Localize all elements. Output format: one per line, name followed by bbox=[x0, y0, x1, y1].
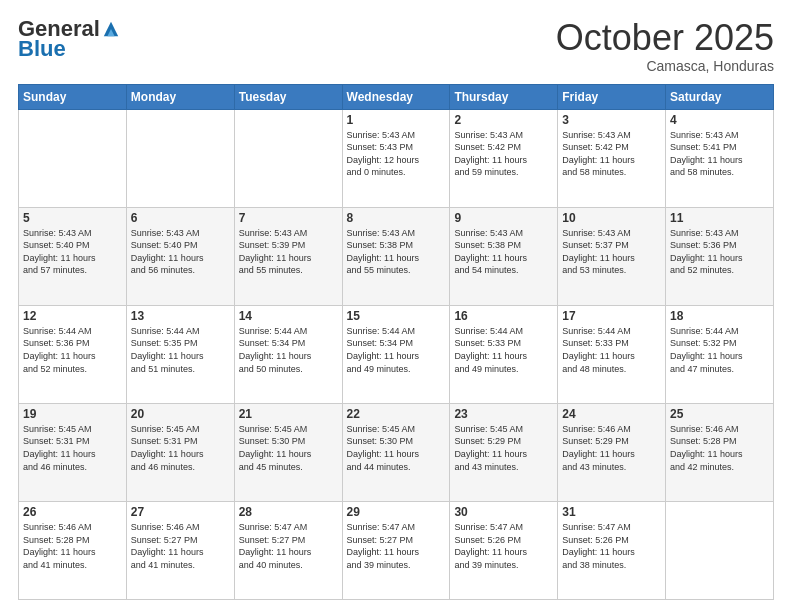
day-info: Sunrise: 5:45 AM Sunset: 5:31 PM Dayligh… bbox=[23, 423, 122, 473]
day-number: 29 bbox=[347, 505, 446, 519]
day-info: Sunrise: 5:43 AM Sunset: 5:41 PM Dayligh… bbox=[670, 129, 769, 179]
calendar-cell: 14Sunrise: 5:44 AM Sunset: 5:34 PM Dayli… bbox=[234, 305, 342, 403]
calendar-cell bbox=[19, 109, 127, 207]
day-info: Sunrise: 5:47 AM Sunset: 5:26 PM Dayligh… bbox=[562, 521, 661, 571]
calendar-cell: 5Sunrise: 5:43 AM Sunset: 5:40 PM Daylig… bbox=[19, 207, 127, 305]
calendar-cell bbox=[126, 109, 234, 207]
calendar-week-row: 12Sunrise: 5:44 AM Sunset: 5:36 PM Dayli… bbox=[19, 305, 774, 403]
day-number: 11 bbox=[670, 211, 769, 225]
calendar-cell: 4Sunrise: 5:43 AM Sunset: 5:41 PM Daylig… bbox=[666, 109, 774, 207]
day-number: 5 bbox=[23, 211, 122, 225]
day-info: Sunrise: 5:46 AM Sunset: 5:28 PM Dayligh… bbox=[23, 521, 122, 571]
day-info: Sunrise: 5:43 AM Sunset: 5:36 PM Dayligh… bbox=[670, 227, 769, 277]
day-number: 28 bbox=[239, 505, 338, 519]
calendar-cell: 19Sunrise: 5:45 AM Sunset: 5:31 PM Dayli… bbox=[19, 403, 127, 501]
calendar-cell: 6Sunrise: 5:43 AM Sunset: 5:40 PM Daylig… bbox=[126, 207, 234, 305]
logo-blue-text: Blue bbox=[18, 36, 66, 62]
day-number: 18 bbox=[670, 309, 769, 323]
calendar-cell: 12Sunrise: 5:44 AM Sunset: 5:36 PM Dayli… bbox=[19, 305, 127, 403]
calendar-cell: 23Sunrise: 5:45 AM Sunset: 5:29 PM Dayli… bbox=[450, 403, 558, 501]
day-number: 3 bbox=[562, 113, 661, 127]
calendar-cell: 25Sunrise: 5:46 AM Sunset: 5:28 PM Dayli… bbox=[666, 403, 774, 501]
calendar-cell: 31Sunrise: 5:47 AM Sunset: 5:26 PM Dayli… bbox=[558, 501, 666, 599]
day-info: Sunrise: 5:43 AM Sunset: 5:42 PM Dayligh… bbox=[562, 129, 661, 179]
calendar-header-saturday: Saturday bbox=[666, 84, 774, 109]
day-info: Sunrise: 5:44 AM Sunset: 5:34 PM Dayligh… bbox=[347, 325, 446, 375]
day-number: 30 bbox=[454, 505, 553, 519]
calendar-header-tuesday: Tuesday bbox=[234, 84, 342, 109]
calendar-cell: 20Sunrise: 5:45 AM Sunset: 5:31 PM Dayli… bbox=[126, 403, 234, 501]
day-info: Sunrise: 5:43 AM Sunset: 5:38 PM Dayligh… bbox=[454, 227, 553, 277]
month-title: October 2025 bbox=[556, 18, 774, 58]
day-number: 27 bbox=[131, 505, 230, 519]
day-info: Sunrise: 5:46 AM Sunset: 5:29 PM Dayligh… bbox=[562, 423, 661, 473]
calendar-cell: 15Sunrise: 5:44 AM Sunset: 5:34 PM Dayli… bbox=[342, 305, 450, 403]
calendar-cell: 3Sunrise: 5:43 AM Sunset: 5:42 PM Daylig… bbox=[558, 109, 666, 207]
calendar-header-row: SundayMondayTuesdayWednesdayThursdayFrid… bbox=[19, 84, 774, 109]
day-info: Sunrise: 5:44 AM Sunset: 5:33 PM Dayligh… bbox=[562, 325, 661, 375]
day-number: 6 bbox=[131, 211, 230, 225]
day-number: 1 bbox=[347, 113, 446, 127]
calendar-header-thursday: Thursday bbox=[450, 84, 558, 109]
day-number: 4 bbox=[670, 113, 769, 127]
day-info: Sunrise: 5:47 AM Sunset: 5:27 PM Dayligh… bbox=[239, 521, 338, 571]
calendar-cell: 10Sunrise: 5:43 AM Sunset: 5:37 PM Dayli… bbox=[558, 207, 666, 305]
day-info: Sunrise: 5:45 AM Sunset: 5:30 PM Dayligh… bbox=[239, 423, 338, 473]
day-number: 10 bbox=[562, 211, 661, 225]
calendar-cell: 21Sunrise: 5:45 AM Sunset: 5:30 PM Dayli… bbox=[234, 403, 342, 501]
day-info: Sunrise: 5:46 AM Sunset: 5:27 PM Dayligh… bbox=[131, 521, 230, 571]
calendar-cell: 1Sunrise: 5:43 AM Sunset: 5:43 PM Daylig… bbox=[342, 109, 450, 207]
day-info: Sunrise: 5:43 AM Sunset: 5:38 PM Dayligh… bbox=[347, 227, 446, 277]
calendar-cell: 16Sunrise: 5:44 AM Sunset: 5:33 PM Dayli… bbox=[450, 305, 558, 403]
day-number: 23 bbox=[454, 407, 553, 421]
day-info: Sunrise: 5:43 AM Sunset: 5:40 PM Dayligh… bbox=[23, 227, 122, 277]
calendar-week-row: 26Sunrise: 5:46 AM Sunset: 5:28 PM Dayli… bbox=[19, 501, 774, 599]
page: General Blue October 2025 Camasca, Hondu… bbox=[0, 0, 792, 612]
day-number: 25 bbox=[670, 407, 769, 421]
calendar-cell: 18Sunrise: 5:44 AM Sunset: 5:32 PM Dayli… bbox=[666, 305, 774, 403]
day-info: Sunrise: 5:44 AM Sunset: 5:35 PM Dayligh… bbox=[131, 325, 230, 375]
calendar-cell: 22Sunrise: 5:45 AM Sunset: 5:30 PM Dayli… bbox=[342, 403, 450, 501]
calendar-cell: 17Sunrise: 5:44 AM Sunset: 5:33 PM Dayli… bbox=[558, 305, 666, 403]
day-info: Sunrise: 5:45 AM Sunset: 5:31 PM Dayligh… bbox=[131, 423, 230, 473]
day-number: 17 bbox=[562, 309, 661, 323]
day-info: Sunrise: 5:44 AM Sunset: 5:34 PM Dayligh… bbox=[239, 325, 338, 375]
day-info: Sunrise: 5:45 AM Sunset: 5:29 PM Dayligh… bbox=[454, 423, 553, 473]
calendar-header-friday: Friday bbox=[558, 84, 666, 109]
day-number: 7 bbox=[239, 211, 338, 225]
day-info: Sunrise: 5:47 AM Sunset: 5:27 PM Dayligh… bbox=[347, 521, 446, 571]
calendar-week-row: 1Sunrise: 5:43 AM Sunset: 5:43 PM Daylig… bbox=[19, 109, 774, 207]
day-info: Sunrise: 5:43 AM Sunset: 5:39 PM Dayligh… bbox=[239, 227, 338, 277]
day-number: 13 bbox=[131, 309, 230, 323]
day-info: Sunrise: 5:44 AM Sunset: 5:32 PM Dayligh… bbox=[670, 325, 769, 375]
calendar-cell bbox=[666, 501, 774, 599]
calendar-cell: 7Sunrise: 5:43 AM Sunset: 5:39 PM Daylig… bbox=[234, 207, 342, 305]
calendar-cell bbox=[234, 109, 342, 207]
day-number: 12 bbox=[23, 309, 122, 323]
calendar-header-sunday: Sunday bbox=[19, 84, 127, 109]
day-number: 8 bbox=[347, 211, 446, 225]
day-info: Sunrise: 5:43 AM Sunset: 5:42 PM Dayligh… bbox=[454, 129, 553, 179]
day-number: 20 bbox=[131, 407, 230, 421]
calendar-header-monday: Monday bbox=[126, 84, 234, 109]
calendar-table: SundayMondayTuesdayWednesdayThursdayFrid… bbox=[18, 84, 774, 600]
day-number: 9 bbox=[454, 211, 553, 225]
day-number: 15 bbox=[347, 309, 446, 323]
day-number: 21 bbox=[239, 407, 338, 421]
day-number: 19 bbox=[23, 407, 122, 421]
day-number: 26 bbox=[23, 505, 122, 519]
calendar-cell: 24Sunrise: 5:46 AM Sunset: 5:29 PM Dayli… bbox=[558, 403, 666, 501]
location-subtitle: Camasca, Honduras bbox=[556, 58, 774, 74]
logo-icon bbox=[102, 20, 120, 38]
header: General Blue October 2025 Camasca, Hondu… bbox=[18, 18, 774, 74]
calendar-cell: 26Sunrise: 5:46 AM Sunset: 5:28 PM Dayli… bbox=[19, 501, 127, 599]
day-number: 14 bbox=[239, 309, 338, 323]
day-number: 16 bbox=[454, 309, 553, 323]
calendar-cell: 29Sunrise: 5:47 AM Sunset: 5:27 PM Dayli… bbox=[342, 501, 450, 599]
day-info: Sunrise: 5:43 AM Sunset: 5:43 PM Dayligh… bbox=[347, 129, 446, 179]
calendar-cell: 2Sunrise: 5:43 AM Sunset: 5:42 PM Daylig… bbox=[450, 109, 558, 207]
calendar-cell: 9Sunrise: 5:43 AM Sunset: 5:38 PM Daylig… bbox=[450, 207, 558, 305]
day-info: Sunrise: 5:45 AM Sunset: 5:30 PM Dayligh… bbox=[347, 423, 446, 473]
calendar-cell: 30Sunrise: 5:47 AM Sunset: 5:26 PM Dayli… bbox=[450, 501, 558, 599]
calendar-week-row: 5Sunrise: 5:43 AM Sunset: 5:40 PM Daylig… bbox=[19, 207, 774, 305]
